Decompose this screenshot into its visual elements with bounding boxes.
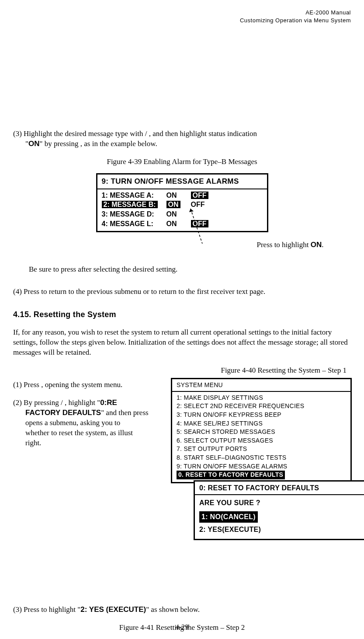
system-menu-box: SYSTEM MENU 1: MAKE DISPLAY SETTINGS2: S… bbox=[171, 378, 352, 483]
system-menu-title: SYSTEM MENU bbox=[172, 379, 350, 392]
system-menu-item: 1: MAKE DISPLAY SETTINGS bbox=[177, 394, 348, 402]
system-menu-item: 7. SET OUTPUT PORTS bbox=[177, 445, 348, 454]
system-menu-item: 2: SELECT 2ND RECEIVER FREQUENCIES bbox=[177, 402, 348, 411]
alarm-box-title: 9: TURN ON/OFF MESSAGE ALARMS bbox=[97, 175, 267, 189]
dashed-pointer-icon bbox=[188, 207, 206, 246]
alarm-row: 2: MESSAGE B:ONOFF bbox=[102, 200, 263, 210]
step1-line: (1) Press , opening the system menu. bbox=[13, 380, 175, 390]
confirm-option-no: 1: NO(CANCEL) bbox=[199, 511, 258, 523]
reset-paragraph: If, for any reason, you wish to reset th… bbox=[13, 328, 351, 358]
confirm-title: 0: RESET TO FACTORY DEFAULTS bbox=[195, 482, 364, 495]
page-number: 4-29 bbox=[0, 623, 364, 631]
alarm-row: 4: MESSAGE L:ONOFF bbox=[102, 219, 263, 229]
press-to-highlight: Press to highlight ON. bbox=[257, 240, 323, 250]
header-line2: Customizing Operation via Menu System bbox=[13, 17, 351, 24]
step3b-line: (3) Press to highlight "2: YES (EXECUTE)… bbox=[13, 605, 351, 615]
system-menu-item: 5: SEARCH STORED MESSAGES bbox=[177, 428, 348, 436]
alarm-rows: 1: MESSAGE A:ONOFF2: MESSAGE B:ONOFF3: M… bbox=[97, 189, 267, 231]
system-menu-item: 3: TURN ON/OFF KEYPRESS BEEP bbox=[177, 411, 348, 419]
step4-line: (4) Press to return to the previous subm… bbox=[13, 287, 351, 297]
note-line: Be sure to press after selecting the des… bbox=[13, 265, 351, 275]
system-menu-items: 1: MAKE DISPLAY SETTINGS2: SELECT 2ND RE… bbox=[172, 392, 350, 482]
alarm-row: 1: MESSAGE A:ONOFF bbox=[102, 191, 263, 200]
header-line1: AE-2000 Manual bbox=[13, 9, 351, 17]
system-menu-item: 9: TURN ON/OFF MESSAGE ALARMS bbox=[177, 462, 348, 471]
confirm-box: 0: RESET TO FACTORY DEFAULTS ARE YOU SUR… bbox=[194, 480, 364, 540]
confirm-question: ARE YOU SURE ? bbox=[199, 498, 362, 509]
system-menu-item-highlighted: 0. RESET TO FACTORY DEFAULTS bbox=[177, 471, 285, 479]
svg-marker-1 bbox=[189, 209, 194, 212]
alarm-row: 3: MESSAGE D:ON bbox=[102, 210, 263, 219]
section-4-15-title: 4.15. Resetting the System bbox=[13, 309, 351, 320]
system-menu-item: 6. SELECT OUTPUT MESSAGES bbox=[177, 436, 348, 445]
alarm-box: 9: TURN ON/OFF MESSAGE ALARMS 1: MESSAGE… bbox=[96, 173, 268, 232]
step2-block: (2) By pressing / , highlight "0:RE FACT… bbox=[13, 398, 175, 448]
on-word: ON bbox=[28, 140, 40, 148]
step3-line2: "ON" by pressing , as in the example bel… bbox=[13, 139, 351, 149]
figure-40-caption: Figure 4-40 Resetting the System – Step … bbox=[13, 366, 351, 376]
step3-line1: (3) Highlight the desired message type w… bbox=[13, 129, 351, 139]
figure-39-caption: Figure 4-39 Enabling Alarm for Type–B Me… bbox=[13, 157, 351, 167]
system-menu-item: 8. START SELF–DIAGNOSTIC TESTS bbox=[177, 454, 348, 462]
svg-line-0 bbox=[191, 209, 202, 244]
confirm-option-yes: 2: YES(EXECUTE) bbox=[199, 524, 261, 535]
system-menu-item: 4: MAKE SEL/REJ SETTINGS bbox=[177, 419, 348, 428]
